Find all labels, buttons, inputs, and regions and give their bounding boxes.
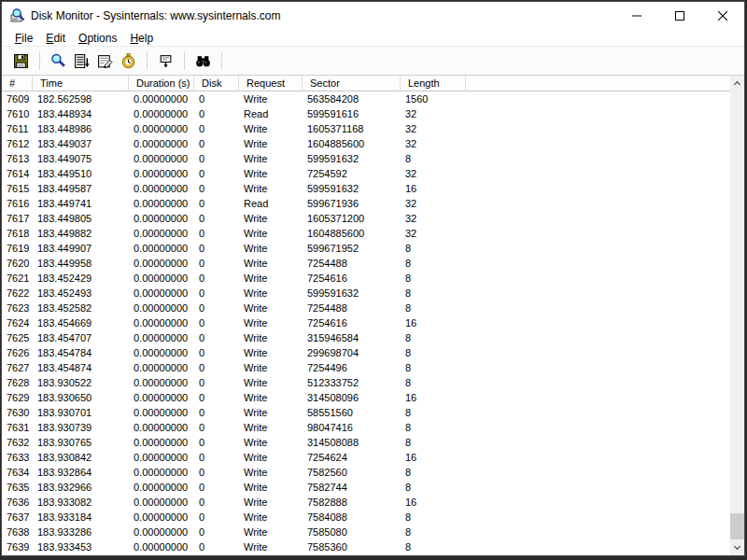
- table-row[interactable]: 7624 183.454669 0.00000000 0 Write 72546…: [2, 315, 730, 330]
- cell-disk: 0: [194, 226, 239, 241]
- cell-filler: [466, 495, 730, 510]
- cell-index: 7623: [2, 301, 33, 315]
- cell-disk: 0: [194, 121, 239, 136]
- table-row[interactable]: 7609 182.562598 0.00000000 0 Write 56358…: [2, 91, 730, 106]
- cell-duration: 0.00000000: [129, 495, 194, 510]
- cell-filler: [466, 136, 730, 151]
- cell-duration: 0.00000000: [129, 360, 194, 375]
- column-header-sector[interactable]: Sector: [303, 76, 401, 91]
- clear-button[interactable]: [93, 49, 116, 72]
- cell-duration: 0.00000000: [129, 151, 194, 166]
- cell-request: Write: [239, 151, 303, 166]
- cell-length: 8: [401, 301, 466, 315]
- cell-filler: [466, 166, 730, 181]
- cell-disk: 0: [194, 286, 239, 301]
- cell-duration: 0.00000000: [129, 465, 194, 480]
- cell-time: 183.449741: [33, 196, 129, 211]
- scrollbar-thumb[interactable]: [730, 513, 744, 539]
- table-row[interactable]: 7627 183.454874 0.00000000 0 Write 72544…: [2, 360, 730, 375]
- cell-duration: 0.00000000: [129, 286, 194, 301]
- column-header-duration[interactable]: Duration (s): [129, 76, 194, 91]
- cell-index: 7631: [2, 420, 33, 435]
- menu-edit[interactable]: Edit: [40, 31, 71, 46]
- scroll-down-button[interactable]: [730, 539, 744, 555]
- table-row[interactable]: 7616 183.449741 0.00000000 0 Read 599671…: [2, 196, 730, 211]
- titlebar[interactable]: Disk Monitor - Sysinternals: www.sysinte…: [2, 2, 744, 30]
- menu-help[interactable]: Help: [124, 31, 159, 46]
- menu-options[interactable]: Options: [73, 31, 122, 46]
- cell-duration: 0.00000000: [129, 435, 194, 450]
- cell-request: Write: [239, 539, 303, 554]
- autoscroll-button[interactable]: [70, 49, 92, 72]
- vertical-scrollbar[interactable]: [730, 76, 744, 555]
- list-header: # Time Duration (s) Disk Request Sector …: [2, 76, 730, 91]
- cell-index: 7629: [2, 390, 33, 405]
- cell-time: 183.449587: [33, 181, 129, 196]
- table-row[interactable]: 7617 183.449805 0.00000000 0 Write 16053…: [2, 211, 730, 226]
- table-row[interactable]: 7612 183.449037 0.00000000 0 Write 16048…: [2, 136, 730, 151]
- cell-sector: 512333752: [303, 375, 401, 390]
- column-header-index[interactable]: #: [2, 76, 33, 91]
- cell-request: Write: [239, 435, 303, 450]
- cell-index: 7633: [2, 450, 33, 465]
- table-row[interactable]: 7632 183.930765 0.00000000 0 Write 31450…: [2, 435, 730, 450]
- table-row[interactable]: 7638 183.933286 0.00000000 0 Write 75850…: [2, 525, 730, 539]
- minimize-to-tray-button[interactable]: [154, 49, 176, 72]
- column-header-disk[interactable]: Disk: [194, 76, 239, 91]
- table-row[interactable]: 7629 183.930650 0.00000000 0 Write 31450…: [2, 390, 730, 405]
- table-row[interactable]: 7639 183.933453 0.00000000 0 Write 75853…: [2, 539, 730, 554]
- cell-index: 7639: [2, 539, 33, 554]
- table-row[interactable]: 7637 183.933184 0.00000000 0 Write 75840…: [2, 510, 730, 525]
- find-button[interactable]: [191, 49, 214, 72]
- cell-index: 7636: [2, 495, 33, 510]
- column-header-length[interactable]: Length: [401, 76, 466, 91]
- cell-length: 32: [401, 136, 466, 151]
- table-row[interactable]: 7610 183.448934 0.00000000 0 Read 599591…: [2, 106, 730, 121]
- menu-file[interactable]: File: [9, 31, 38, 46]
- scroll-up-button[interactable]: [730, 76, 744, 91]
- cell-disk: 0: [194, 315, 239, 330]
- capture-button[interactable]: [47, 49, 69, 72]
- table-row[interactable]: 7626 183.454784 0.00000000 0 Write 29969…: [2, 345, 730, 360]
- table-row[interactable]: 7635 183.932966 0.00000000 0 Write 75827…: [2, 480, 730, 495]
- cell-filler: [466, 241, 730, 256]
- cell-request: Write: [239, 136, 303, 151]
- cell-filler: [466, 301, 730, 315]
- cell-filler: [466, 465, 730, 480]
- table-row[interactable]: 7614 183.449510 0.00000000 0 Write 72545…: [2, 166, 730, 181]
- cell-filler: [466, 91, 730, 106]
- table-row[interactable]: 7631 183.930739 0.00000000 0 Write 98047…: [2, 420, 730, 435]
- table-row[interactable]: 7618 183.449882 0.00000000 0 Write 16048…: [2, 226, 730, 241]
- table-row[interactable]: 7628 183.930522 0.00000000 0 Write 51233…: [2, 375, 730, 390]
- maximize-button[interactable]: [658, 2, 701, 30]
- table-row[interactable]: 7613 183.449075 0.00000000 0 Write 59959…: [2, 151, 730, 166]
- table-row[interactable]: 7622 183.452493 0.00000000 0 Write 59959…: [2, 286, 730, 301]
- table-row[interactable]: 7611 183.448986 0.00000000 0 Write 16053…: [2, 121, 730, 136]
- cell-disk: 0: [194, 375, 239, 390]
- table-row[interactable]: 7625 183.454707 0.00000000 0 Write 31594…: [2, 330, 730, 345]
- table-row[interactable]: 7619 183.449907 0.00000000 0 Write 59967…: [2, 241, 730, 256]
- cell-filler: [466, 539, 730, 554]
- table-row[interactable]: 7615 183.449587 0.00000000 0 Write 59959…: [2, 181, 730, 196]
- column-header-time[interactable]: Time: [33, 76, 129, 91]
- table-row[interactable]: 7633 183.930842 0.00000000 0 Write 72546…: [2, 450, 730, 465]
- close-button[interactable]: [701, 2, 744, 30]
- table-row[interactable]: 7634 183.932864 0.00000000 0 Write 75825…: [2, 465, 730, 480]
- table-row[interactable]: 7623 183.452582 0.00000000 0 Write 72544…: [2, 301, 730, 315]
- column-header-request[interactable]: Request: [239, 76, 303, 91]
- cell-disk: 0: [194, 495, 239, 510]
- table-row[interactable]: 7636 183.933082 0.00000000 0 Write 75828…: [2, 495, 730, 510]
- diskmon-window: Disk Monitor - Sysinternals: www.sysinte…: [1, 1, 745, 556]
- table-row[interactable]: 7630 183.930701 0.00000000 0 Write 58551…: [2, 405, 730, 420]
- table-row[interactable]: 7620 183.449958 0.00000000 0 Write 72544…: [2, 256, 730, 271]
- history-depth-button[interactable]: [117, 49, 139, 72]
- save-button[interactable]: [9, 49, 32, 72]
- cell-index: 7616: [2, 196, 33, 211]
- cell-request: Write: [239, 315, 303, 330]
- cell-sector: 599671936: [303, 196, 401, 211]
- minimize-button[interactable]: [615, 2, 658, 30]
- cell-time: 183.930650: [33, 390, 129, 405]
- cell-time: 183.449958: [33, 256, 129, 271]
- cell-duration: 0.00000000: [129, 450, 194, 465]
- table-row[interactable]: 7621 183.452429 0.00000000 0 Write 72546…: [2, 271, 730, 286]
